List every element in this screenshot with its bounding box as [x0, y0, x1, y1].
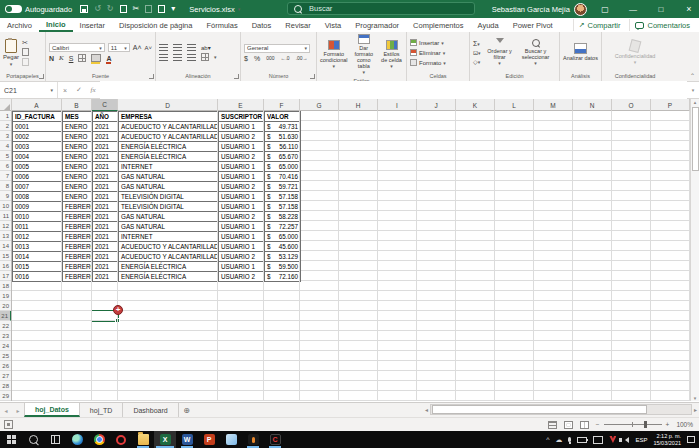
- font-dialog-launcher[interactable]: [149, 74, 154, 79]
- cell[interactable]: $57.158: [265, 202, 301, 212]
- cell[interactable]: 2021: [93, 122, 119, 132]
- row-header-14[interactable]: 14: [0, 241, 11, 251]
- conditional-formatting-button[interactable]: Formato condicional ▾: [320, 40, 348, 70]
- cell[interactable]: 0011: [13, 222, 63, 232]
- battery-icon[interactable]: [577, 437, 587, 443]
- cell[interactable]: GAS NATURAL: [119, 222, 219, 232]
- column-header-K[interactable]: K: [456, 99, 495, 111]
- share-button[interactable]: ↗ Compartir: [573, 19, 626, 31]
- cell[interactable]: ENERO: [63, 182, 93, 192]
- sheet-tab-hoj_td[interactable]: hoj_TD: [80, 403, 124, 417]
- cell[interactable]: 2021: [93, 212, 119, 222]
- copy-button[interactable]: [22, 48, 29, 56]
- network-icon[interactable]: [593, 436, 603, 444]
- taskbar-recorder-icon[interactable]: [242, 431, 264, 448]
- cell[interactable]: ENERGÍA ELÉCTRICA: [119, 152, 219, 162]
- sheet-nav-right-icon[interactable]: ▸: [12, 403, 24, 417]
- qat-more-icon[interactable]: ▾: [171, 5, 175, 13]
- row-header-19[interactable]: 19: [0, 291, 11, 301]
- row-header-2[interactable]: 2: [0, 121, 11, 131]
- cell[interactable]: 0008: [13, 192, 63, 202]
- tray-app-icon[interactable]: [609, 436, 616, 443]
- cell[interactable]: 0010: [13, 212, 63, 222]
- analyze-data-button[interactable]: Analizar datos: [563, 43, 598, 61]
- percent-format-icon[interactable]: %: [254, 55, 260, 62]
- tab-fórmulas[interactable]: Fórmulas: [199, 18, 244, 32]
- sort-filter-button[interactable]: Ordenar y filtrar ▾: [484, 38, 516, 67]
- row-header-18[interactable]: 18: [0, 281, 11, 291]
- scroll-up-icon[interactable]: ▴: [694, 99, 697, 105]
- search-input[interactable]: [307, 3, 441, 14]
- cell[interactable]: ENERO: [63, 162, 93, 172]
- cell[interactable]: $70.416: [265, 172, 301, 182]
- cell[interactable]: 2021: [93, 192, 119, 202]
- insert-cells-button[interactable]: Insertar▾: [410, 39, 466, 46]
- cell[interactable]: $72.257: [265, 222, 301, 232]
- format-painter-icon[interactable]: [145, 5, 152, 13]
- column-header-I[interactable]: I: [378, 99, 417, 111]
- row-header-17[interactable]: 17: [0, 271, 11, 281]
- save-icon[interactable]: [80, 5, 88, 13]
- taskbar-opera-icon[interactable]: [110, 431, 132, 448]
- column-header-J[interactable]: J: [417, 99, 456, 111]
- row-header-29[interactable]: 29: [0, 391, 11, 401]
- close-button[interactable]: ×: [679, 0, 699, 18]
- row-header-24[interactable]: 24: [0, 341, 11, 351]
- column-header-M[interactable]: M: [534, 99, 573, 111]
- taskbar-excel-icon[interactable]: X: [154, 431, 176, 448]
- volume-icon[interactable]: [622, 437, 629, 443]
- cell[interactable]: ENERGÍA ELÉCTRICA: [119, 262, 219, 272]
- cell[interactable]: 2021: [93, 172, 119, 182]
- column-header-L[interactable]: L: [495, 99, 534, 111]
- cell[interactable]: 2021: [93, 272, 119, 282]
- cell[interactable]: $53.129: [265, 252, 301, 262]
- tab-insertar[interactable]: Insertar: [73, 18, 112, 32]
- row-header-22[interactable]: 22: [0, 321, 11, 331]
- clipboard-dialog-launcher[interactable]: [39, 74, 44, 79]
- cell[interactable]: ACUEDUCTO Y ALCANTARILLADO: [119, 122, 219, 132]
- collapse-ribbon-icon[interactable]: ⌃: [690, 72, 695, 79]
- cell[interactable]: ENERO: [63, 192, 93, 202]
- cells[interactable]: ID_FACTURAMESAÑOEMPRESASUSCRIPTORVALOR00…: [12, 111, 690, 401]
- cell[interactable]: ACUEDUCTO Y ALCANTARILLADO: [119, 132, 219, 142]
- shrink-font-icon[interactable]: A˅: [144, 45, 152, 51]
- borders-icon[interactable]: [78, 54, 86, 62]
- cell[interactable]: $72.160: [265, 272, 301, 282]
- cell[interactable]: 0006: [13, 172, 63, 182]
- row-header-16[interactable]: 16: [0, 261, 11, 271]
- decrease-decimal-icon[interactable]: .00→: [296, 56, 308, 61]
- bold-button[interactable]: N: [49, 55, 54, 62]
- cell[interactable]: 0001: [13, 122, 63, 132]
- cell[interactable]: 0009: [13, 202, 63, 212]
- cell[interactable]: MES: [63, 112, 93, 122]
- cell[interactable]: FEBRERO: [63, 272, 93, 282]
- fill-color-icon[interactable]: [91, 54, 101, 62]
- taskbar-task-view-icon[interactable]: [44, 431, 66, 448]
- cell[interactable]: FEBRERO: [63, 242, 93, 252]
- sheet-tab-dashboard[interactable]: Dashboard: [123, 403, 178, 417]
- taskbar-chrome-icon[interactable]: [88, 431, 110, 448]
- cell[interactable]: EMPRESA: [119, 112, 219, 122]
- column-header-N[interactable]: N: [573, 99, 612, 111]
- column-header-D[interactable]: D: [118, 99, 218, 111]
- row-header-4[interactable]: 4: [0, 141, 11, 151]
- cell[interactable]: 2021: [93, 252, 119, 262]
- align-right-icon[interactable]: [187, 54, 196, 61]
- align-top-icon[interactable]: [159, 44, 168, 51]
- cell[interactable]: $65.000: [265, 232, 301, 242]
- cell[interactable]: ENERO: [63, 172, 93, 182]
- orientation-icon[interactable]: ab▾: [201, 45, 211, 51]
- taskbar-camtasia-icon[interactable]: C: [264, 431, 286, 448]
- paste-button[interactable]: Pegar ▾: [3, 39, 19, 67]
- taskbar-photos-icon[interactable]: [220, 431, 242, 448]
- row-header-26[interactable]: 26: [0, 361, 11, 371]
- language-indicator[interactable]: ESP: [635, 437, 647, 443]
- cell[interactable]: $59.500: [265, 262, 301, 272]
- scroll-down-icon[interactable]: ▾: [694, 395, 697, 401]
- align-center-icon[interactable]: [173, 54, 182, 61]
- cell[interactable]: GAS NATURAL: [119, 172, 219, 182]
- row-header-8[interactable]: 8: [0, 181, 11, 191]
- fill-icon[interactable]: ⊡▾: [473, 50, 481, 56]
- select-all-button[interactable]: [0, 99, 12, 111]
- cell[interactable]: USUARIO 1: [219, 142, 265, 152]
